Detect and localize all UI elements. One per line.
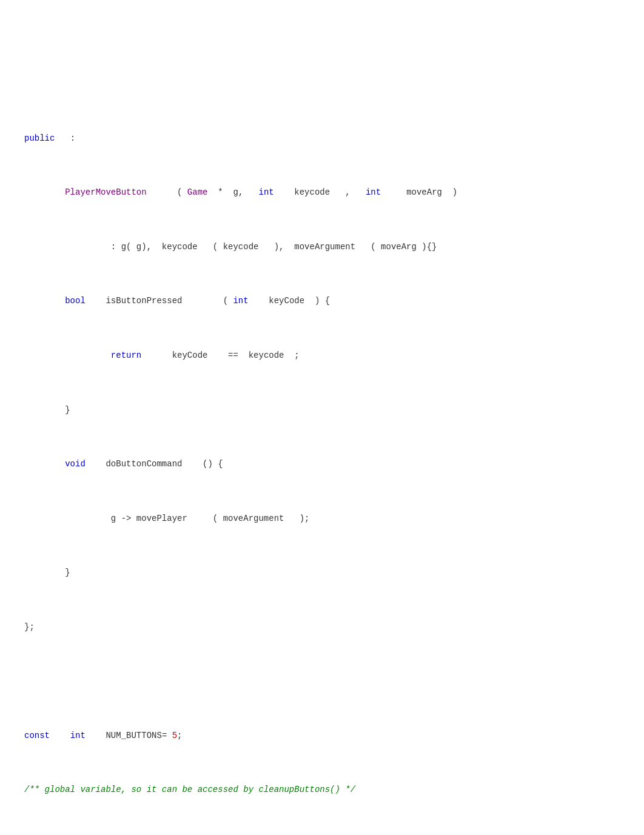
keyword-void: void (65, 459, 86, 469)
keyword-public: public (24, 133, 55, 143)
code-text (50, 731, 70, 740)
code-line (24, 485, 620, 498)
code-text: : (55, 133, 75, 143)
code-text: keyCode ) { (249, 296, 330, 306)
code-indent (24, 187, 65, 197)
code-line (24, 810, 620, 823)
code-indent: } (24, 568, 70, 577)
code-line (24, 50, 620, 63)
keyword-bool: bool (65, 296, 86, 306)
code-indent: : g( g), keycode ( keycode ), moveArgume… (24, 242, 437, 252)
code-line (24, 104, 620, 118)
code-line-classend: }; (24, 620, 620, 634)
type-game: Game (187, 187, 208, 197)
code-text: isButtonPressed ( (86, 296, 233, 306)
code-text: moveArg ) (381, 187, 457, 197)
code-line (24, 674, 620, 688)
code-line (24, 77, 620, 90)
code-indent (24, 350, 111, 360)
code-line-isbuttonpressed: bool isButtonPressed ( int keyCode ) { (24, 294, 620, 307)
code-text: * g, (207, 187, 258, 197)
literal-5: 5 (172, 731, 177, 740)
code-text: = (162, 731, 172, 740)
code-line-comment1: /** global variable, so it can be access… (24, 783, 620, 796)
code-line (24, 702, 620, 715)
code-text: ; (177, 731, 182, 740)
code-line (24, 376, 620, 389)
code-line-init: : g( g), keycode ( keycode ), moveArgume… (24, 240, 620, 253)
code-line (24, 321, 620, 335)
code-text: keycode , (274, 187, 366, 197)
code-line-return: return keyCode == keycode ; (24, 349, 620, 362)
code-indent (24, 459, 65, 469)
code-indent: g -> movePlayer ( moveArgument ); (24, 514, 309, 523)
code-line (24, 648, 620, 661)
code-indent: } (24, 405, 70, 415)
code-line-moveplayer: g -> movePlayer ( moveArgument ); (24, 512, 620, 525)
code-line-close1: } (24, 403, 620, 417)
code-line-public: public : (24, 132, 620, 145)
code-text: NUM_BUTTONS (86, 731, 162, 740)
code-line (24, 593, 620, 606)
code-line-dobuttoncommand: void doButtonCommand () { (24, 457, 620, 471)
keyword-int: int (366, 187, 381, 197)
code-text: keyCode == keycode ; (141, 350, 299, 360)
keyword-int: int (258, 187, 273, 197)
keyword-int: int (70, 731, 86, 740)
comment-global: /** global variable, so it can be access… (24, 785, 355, 794)
keyword-int: int (233, 296, 248, 306)
code-line (24, 756, 620, 770)
code-line-const: const int NUM_BUTTONS= 5; (24, 729, 620, 742)
code-line (24, 267, 620, 281)
code-line (24, 538, 620, 552)
code-line (24, 159, 620, 172)
code-text: }; (24, 622, 35, 632)
code-line (24, 213, 620, 226)
class-name-playermovebutton: PlayerMoveButton (65, 187, 146, 197)
code-line-constructor: PlayerMoveButton ( Game * g, int keycode… (24, 186, 620, 199)
code-line-close2: } (24, 566, 620, 579)
keyword-const: const (24, 731, 50, 740)
code-text: doButtonCommand () { (86, 459, 223, 469)
code-line (24, 430, 620, 443)
keyword-return: return (111, 350, 141, 360)
code-text: ( (147, 187, 187, 197)
code-container: public : PlayerMoveButton ( Game * g, in… (24, 36, 620, 835)
code-indent (24, 296, 65, 306)
